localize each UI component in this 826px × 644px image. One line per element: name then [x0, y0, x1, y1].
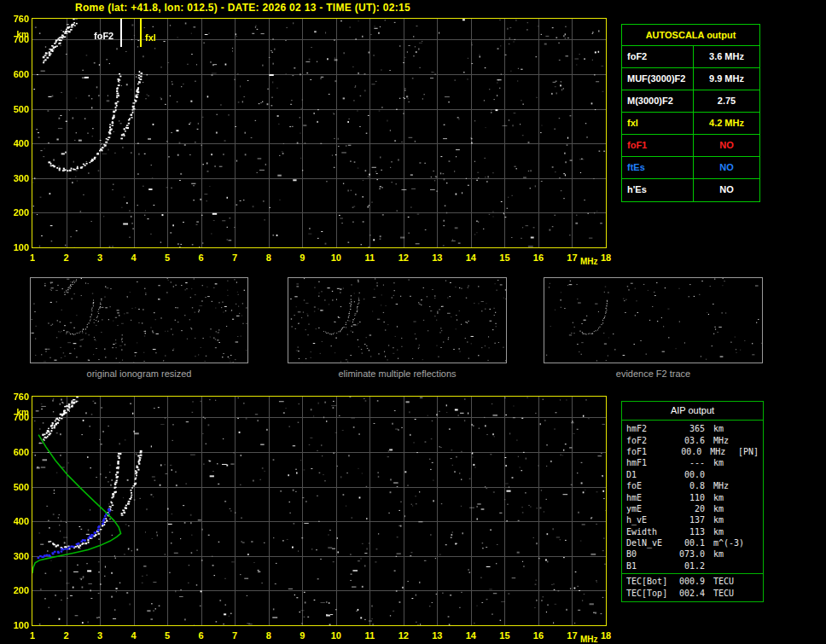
aip-param-unit: km	[705, 504, 742, 513]
aip-param-name: D1	[626, 470, 674, 479]
autoscala-row: MUF(3000)F29.9 MHz	[622, 68, 759, 90]
x-tick-label: 11	[359, 630, 380, 641]
y-tick-label: 200	[5, 585, 29, 595]
autoscala-param-value: 3.6 MHz	[694, 46, 759, 67]
x-axis-unit-label: MHz	[580, 257, 598, 266]
autoscala-app-window: Rome (lat: +41.8, lon: 012.5) - DATE: 20…	[0, 0, 826, 644]
aip-row: hmF1---km	[626, 457, 759, 468]
aip-param-unit: km	[705, 515, 742, 525]
x-tick-label: 5	[157, 630, 177, 641]
y-tick-label: 760	[5, 14, 29, 24]
y-tick-label: 400	[5, 138, 29, 148]
thumbnail-original-ionogram	[30, 277, 248, 363]
aip-param-unit: km	[705, 424, 742, 433]
aip-param-value: 137	[674, 515, 705, 525]
aip-param-name: DelN_vE	[626, 538, 674, 548]
aip-row: h_vE137km	[626, 514, 759, 525]
autoscala-param-label: M(3000)F2	[622, 90, 694, 112]
aip-tec-row: TEC[Top]002.4TECU	[626, 587, 759, 598]
aip-row: foE0.8MHz	[626, 480, 759, 491]
autoscala-row: M(3000)F22.75	[622, 90, 759, 113]
aip-row: B0073.0km	[626, 548, 759, 560]
thumbnail-original-canvas	[31, 278, 247, 363]
aip-param-name: TEC[Top]	[626, 589, 674, 598]
y-tick-label: 300	[5, 173, 29, 183]
aip-param-value: 01.2	[674, 561, 705, 571]
y-axis-unit-label: km	[5, 30, 29, 39]
y-tick-label: 500	[5, 482, 29, 492]
x-tick-label: 7	[224, 252, 245, 263]
aip-param-value: 00.0	[672, 447, 702, 456]
aip-param-name: foF2	[626, 436, 674, 445]
aip-row: hmF2365km	[626, 423, 759, 434]
x-tick-label: 12	[393, 252, 414, 263]
aip-param-value: 00.0	[674, 470, 705, 479]
thumbnail-multiple-reflections-canvas	[288, 278, 506, 363]
y-axis-unit-label: km	[5, 408, 29, 417]
aip-param-unit: MHz	[705, 436, 742, 445]
aip-param-unit: MHz	[705, 481, 742, 490]
autoscala-param-value: 4.2 MHz	[694, 113, 759, 134]
fxi-marker-label: fxl	[145, 32, 156, 43]
thumbnail-caption-reflections: eliminate multiple reflections	[288, 368, 507, 379]
aip-param-unit: km	[705, 549, 742, 559]
aip-param-unit: TECU	[705, 589, 742, 598]
x-tick-label: 1	[22, 630, 43, 641]
x-tick-label: 3	[90, 630, 110, 641]
aip-param-unit: km	[705, 527, 742, 537]
aip-param-name: B0	[626, 549, 674, 559]
autoscala-param-label: MUF(3000)F2	[622, 68, 694, 90]
autoscala-param-label: h'Es	[622, 179, 694, 201]
aip-param-name: hmF1	[626, 458, 674, 467]
autoscala-table-header: AUTOSCALA output	[622, 25, 759, 46]
x-tick-label: 15	[494, 252, 515, 263]
y-tick-label: 400	[5, 516, 29, 526]
aip-param-note: [PN]	[738, 447, 759, 456]
x-tick-label: 9	[292, 252, 312, 263]
y-tick-label: 600	[5, 69, 29, 79]
aip-row: hmE110km	[626, 491, 759, 502]
ionogram-bottom-canvas	[32, 397, 606, 625]
aip-param-name: foF1	[626, 447, 672, 456]
aip-param-value: ---	[674, 458, 705, 467]
thumbnail-caption-original: original ionogram resized	[30, 368, 248, 379]
x-tick-label: 17	[561, 252, 582, 263]
fof2-marker-label: foF2	[94, 31, 113, 41]
aip-row: Ewidth113km	[626, 526, 759, 537]
x-tick-label: 6	[191, 630, 212, 641]
autoscala-param-value: NO	[694, 157, 759, 178]
x-tick-label: 14	[461, 630, 481, 641]
autoscala-param-value: 2.75	[694, 90, 759, 112]
x-tick-label: 16	[528, 630, 549, 641]
aip-param-name: hmE	[626, 493, 674, 502]
aip-row: D100.0	[626, 469, 759, 480]
x-tick-label: 2	[56, 630, 77, 641]
y-tick-label: 600	[5, 447, 29, 457]
aip-row: DelN_vE00.1m^(-3)	[626, 537, 759, 548]
x-tick-label: 13	[427, 252, 447, 263]
aip-param-name: ymE	[626, 504, 674, 513]
aip-param-value: 110	[674, 493, 705, 502]
aip-param-unit: km	[705, 458, 742, 467]
ionogram-top-canvas	[32, 19, 606, 247]
aip-row: foF203.6MHz	[626, 434, 759, 445]
y-tick-label: 760	[5, 392, 29, 402]
aip-param-value: 073.0	[674, 549, 705, 559]
aip-table-rows: hmF2365kmfoF203.6MHzfoF100.0MHz[PN]hmF1-…	[622, 421, 763, 573]
autoscala-param-value: 9.9 MHz	[694, 68, 759, 90]
aip-param-name: foE	[626, 481, 674, 490]
y-tick-label: 100	[5, 620, 29, 630]
aip-param-unit: km	[705, 493, 742, 502]
aip-row: foF100.0MHz[PN]	[626, 446, 759, 457]
y-tick-label: 300	[5, 551, 29, 561]
autoscala-row: h'EsNO	[622, 179, 759, 201]
autoscala-param-label: ftEs	[622, 157, 694, 178]
aip-tec-row: TEC[Bot]000.9TECU	[626, 576, 759, 587]
x-tick-label: 4	[124, 630, 144, 641]
aip-param-value: 03.6	[674, 436, 705, 445]
thumbnail-f2-trace	[544, 277, 763, 363]
thumbnail-caption-f2: evidence F2 trace	[544, 368, 763, 379]
ionogram-bottom-plot	[32, 396, 607, 626]
x-tick-label: 8	[259, 252, 279, 263]
autoscala-output-table: AUTOSCALA output foF23.6 MHzMUF(3000)F29…	[621, 24, 760, 202]
